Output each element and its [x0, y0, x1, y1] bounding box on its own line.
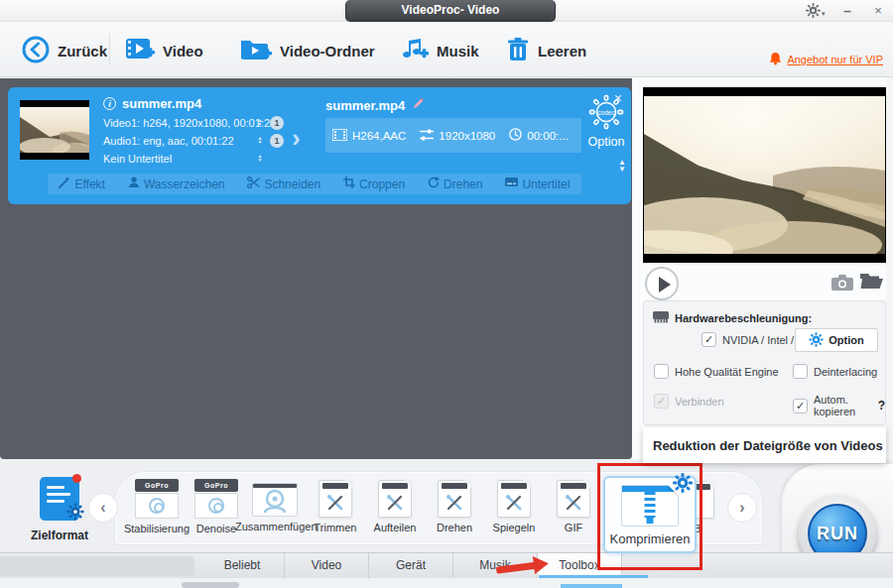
toolbar-divider	[109, 34, 110, 65]
crop-icon	[343, 176, 355, 191]
hardware-title-row: Hardwarebeschleunigung:	[652, 310, 812, 325]
scroll-right-button[interactable]: ›	[727, 493, 757, 523]
tools-page-icon	[438, 480, 471, 518]
subtitle-icon	[505, 177, 518, 191]
hardware-option-button[interactable]: Option	[795, 328, 878, 352]
gopro-icon: GoPro	[135, 479, 179, 519]
svg-text:codec: codec	[597, 109, 615, 116]
add-video-folder-button[interactable]: Video-Ordner	[240, 34, 375, 67]
tab-video[interactable]: Video	[285, 553, 369, 579]
scissors-icon	[247, 176, 260, 191]
settings-gear-icon[interactable]	[802, 3, 824, 21]
category-tab-bar: Beliebt Video Gerät Musik Toolbox	[0, 552, 893, 578]
merge-checkbox[interactable]: ✓	[654, 394, 669, 409]
title-bar: VideoProc- Video ▾ – ×	[0, 0, 893, 22]
subtitle-button[interactable]: Untertitel	[505, 177, 570, 191]
subtitle-spinner[interactable]: ▲▼	[256, 154, 264, 162]
source-file-row: i summer.mp4	[103, 96, 201, 111]
minimize-button[interactable]: –	[836, 2, 858, 20]
audio-track-spinner[interactable]: ▲▼	[256, 136, 264, 144]
settings-caret-icon[interactable]: ▾	[822, 10, 826, 18]
scroll-left-button[interactable]: ‹	[88, 493, 118, 523]
audio-track-info: Audio1: eng, aac, 00:01:22	[103, 135, 234, 147]
wand-icon	[59, 176, 70, 191]
cut-button[interactable]: Schneiden	[247, 176, 320, 191]
video-folder-icon	[240, 37, 272, 65]
crop-button[interactable]: Croppen	[343, 176, 405, 191]
tab-bar-inset	[0, 556, 194, 576]
video-track-spinner[interactable]: ▲▼	[256, 118, 264, 126]
target-format-icon	[40, 477, 79, 521]
codec-gear-icon: codec	[588, 94, 624, 130]
high-quality-checkbox[interactable]	[654, 364, 669, 379]
videoproc-window: VideoProc- Video ▾ – × Zurück Video Vide…	[0, 0, 893, 588]
toolbox-scroll-indicator[interactable]	[561, 584, 622, 588]
chip-icon	[652, 310, 670, 325]
help-icon[interactable]: ?	[878, 399, 885, 412]
watermark-button[interactable]: Wasserzeichen	[128, 176, 225, 191]
info-icon[interactable]: i	[103, 97, 116, 110]
tools-page-icon	[497, 480, 531, 518]
rotate-button[interactable]: Drehen	[428, 176, 482, 191]
bottom-strip	[0, 578, 893, 588]
format-gear-icon	[66, 503, 84, 525]
back-button[interactable]: Zurück	[22, 34, 107, 67]
close-button[interactable]: ×	[867, 2, 889, 20]
auto-copy-row: ✓ Autom. kopieren ?	[793, 394, 885, 417]
duration-chip: 00:00:...	[502, 128, 575, 143]
tools-page-icon	[557, 480, 590, 518]
video-thumbnail	[20, 100, 89, 160]
sliders-icon	[420, 129, 434, 143]
clock-icon	[509, 128, 522, 143]
active-tab-underline	[539, 575, 648, 578]
tools-page-icon	[378, 480, 412, 518]
high-quality-row: Hohe Qualität Engine	[654, 364, 779, 379]
webcam-icon	[252, 483, 298, 517]
film-icon	[332, 129, 347, 143]
subtitle-info: Kein Untertitel	[103, 153, 172, 165]
snapshot-camera-icon[interactable]	[831, 275, 853, 294]
deinterlacing-row: Deinterlacing	[793, 364, 877, 379]
effect-button[interactable]: Effekt	[59, 176, 104, 191]
back-icon	[22, 36, 50, 66]
codec-chip: H264,AAC	[325, 129, 413, 143]
open-folder-icon[interactable]	[859, 272, 884, 294]
edit-toolbar: Effekt Wasserzeichen Schneiden Croppen D…	[48, 174, 581, 194]
video-preview[interactable]	[643, 87, 886, 263]
main-toolbar: Zurück Video Video-Ordner Musik Leeren A…	[0, 22, 893, 77]
play-button[interactable]	[645, 267, 679, 300]
merge-row: ✓ Verbinden	[654, 394, 724, 409]
option-label: Option	[585, 135, 627, 149]
compress-tooltip: Reduktion der Dateigröße von Videos	[643, 427, 886, 463]
clear-list-button[interactable]: Leeren	[506, 34, 586, 67]
source-filename: summer.mp4	[122, 96, 201, 111]
add-video-button[interactable]: Video	[125, 34, 203, 67]
gpu-checkbox[interactable]: ✓	[702, 332, 716, 347]
target-format-button[interactable]: Zielformat	[30, 477, 89, 542]
bell-icon	[769, 52, 782, 67]
tab-popular[interactable]: Beliebt	[200, 553, 285, 579]
video-track-info: Video1: h264, 1920x1080, 00:01:22	[103, 117, 276, 129]
music-icon	[401, 37, 429, 65]
watermark-icon	[128, 176, 140, 191]
hardware-acceleration-panel: Hardwarebeschleunigung: ✓ NVIDIA / Intel…	[643, 300, 886, 425]
tools-page-icon	[319, 480, 352, 518]
output-file-row: summer.mp4	[325, 96, 425, 114]
rename-pencil-icon[interactable]	[412, 96, 425, 114]
card-reorder-arrows[interactable]: ▲▼	[618, 159, 626, 173]
vip-offer-link[interactable]: Angebot nur für VIP	[769, 52, 883, 67]
resolution-chip: 1920x1080	[413, 129, 502, 143]
window-title: VideoProc- Video	[345, 0, 556, 22]
file-card-summer-mp4[interactable]: × i summer.mp4 Video1: h264, 1920x1080, …	[8, 87, 631, 204]
output-filename: summer.mp4	[325, 98, 405, 113]
gopro-icon: GoPro	[194, 479, 238, 519]
trash-icon	[506, 37, 530, 65]
add-video-icon	[125, 37, 155, 65]
horizontal-scrollbar-thumb[interactable]	[182, 582, 239, 588]
codec-option-button[interactable]: codec Option	[585, 94, 627, 149]
option-gear-icon	[809, 332, 824, 349]
deinterlacing-checkbox[interactable]	[793, 364, 808, 379]
tab-device[interactable]: Gerät	[369, 553, 453, 579]
add-music-button[interactable]: Musik	[401, 34, 479, 67]
auto-copy-checkbox[interactable]: ✓	[793, 399, 808, 413]
